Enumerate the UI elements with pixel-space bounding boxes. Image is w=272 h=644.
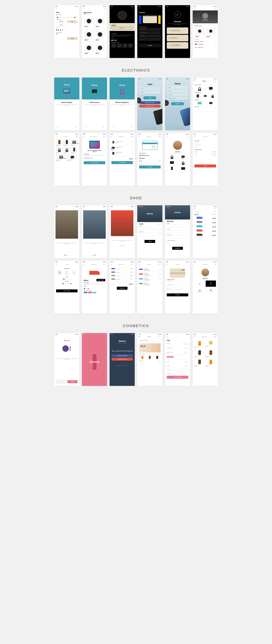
track-order-button[interactable]: 📍Track Your OrderGet live status of your… [167, 28, 188, 34]
get-started-button[interactable]: GET STARTED [112, 245, 133, 246]
skip-button[interactable]: SKIP → [75, 127, 78, 128]
email-input[interactable] [139, 227, 160, 230]
search-input[interactable] [139, 339, 160, 342]
list-item[interactable]: ♡Air Jordan$142.99 [194, 229, 216, 233]
remove-icon[interactable]: ⊖ [132, 142, 133, 143]
product-card[interactable]: ♡Origin Watch$20.00 [84, 29, 94, 42]
search-icon[interactable]: 🔍 [215, 8, 216, 10]
checkout-button[interactable]: CHECKOUT [117, 287, 128, 290]
trending-tab[interactable]: TRENDING [194, 214, 198, 215]
place-order-button[interactable]: PLACE ORDER [112, 161, 133, 164]
category-nike[interactable]: Nike› [56, 33, 78, 34]
back-icon[interactable]: ‹ [166, 264, 167, 266]
menu-icon[interactable]: ☰ [139, 336, 140, 337]
pay-now-button[interactable]: PAY NOW [139, 166, 160, 168]
color-dot[interactable] [56, 29, 57, 31]
edit-icon[interactable]: ✎ [215, 264, 216, 265]
product-card[interactable]: ♡Some Product$27.00 [194, 349, 205, 358]
list-item[interactable]: ♡Air Jordan$142.99 [194, 233, 216, 237]
password-input[interactable] [139, 233, 160, 236]
skip-button[interactable]: SKIP → [130, 127, 133, 128]
related-product[interactable] [128, 44, 133, 48]
search-icon[interactable]: 🔍 🛒 [214, 80, 216, 82]
confirm-input[interactable] [167, 97, 188, 100]
email-input[interactable] [139, 87, 160, 90]
saved-item[interactable]: Origin Watch$20.00 [194, 27, 205, 38]
name-input[interactable] [167, 86, 188, 89]
my-account-button[interactable]: 👤My AccountView all previous orders [167, 35, 188, 41]
skip-button[interactable]: SKIP → [102, 127, 105, 128]
email-input[interactable] [167, 90, 188, 92]
register-link[interactable]: Register [158, 224, 160, 224]
back-icon[interactable]: ‹ [84, 136, 84, 138]
password-input[interactable] [139, 91, 160, 94]
pay-now-button[interactable]: PAY NOW [139, 44, 160, 47]
category-sneaker[interactable]: 👟Sneaker [58, 270, 61, 274]
email-input[interactable] [167, 230, 188, 233]
remove-icon[interactable]: ⊖ [132, 153, 133, 154]
cart-tile[interactable]: 🛒CART [194, 280, 205, 287]
back-icon[interactable]: ‹ [139, 8, 139, 10]
back-icon[interactable]: ‹ [194, 264, 195, 266]
product-card[interactable]: ♡Some Product$27.00 [194, 358, 205, 367]
credit-card-item[interactable]: Credit Card› [194, 42, 216, 46]
back-icon[interactable]: ‹ [166, 336, 167, 338]
related-product[interactable] [122, 44, 128, 48]
debit-card-item[interactable]: VISADebit Card› [194, 46, 216, 49]
back-icon[interactable]: ‹ [194, 136, 195, 138]
pay-now-button[interactable]: PAY NOW [167, 294, 188, 296]
register-button[interactable]: REGISTER [56, 380, 66, 383]
add-cart-button[interactable]: ADD TO CART [144, 270, 150, 271]
saved-item[interactable]: Origin Watch$20.00 [206, 27, 216, 38]
payment-link[interactable]: Payment [194, 146, 216, 148]
see-all-link[interactable]: See All [158, 354, 160, 354]
color-dot[interactable] [62, 29, 63, 31]
register-button[interactable]: REGISTER [171, 102, 184, 105]
back-icon[interactable]: ‹ [84, 264, 84, 266]
register-link[interactable]: Register [152, 128, 156, 128]
back-icon[interactable]: ‹ [166, 136, 167, 138]
name-input[interactable] [167, 224, 188, 227]
remove-icon[interactable]: ⊖ [132, 147, 133, 148]
product-card[interactable]: ♡Origin Watch$20.00 [95, 29, 105, 42]
back-icon[interactable]: ‹ [56, 264, 56, 266]
search-icon[interactable]: 🔍 [104, 8, 106, 10]
category-fitness[interactable]: 💪Fitness [72, 270, 76, 274]
women-pill[interactable]: WOMEN [56, 20, 66, 23]
remove-icon[interactable]: ✕ [160, 269, 160, 270]
menu-icon[interactable]: ☰ [194, 208, 195, 210]
price-slider[interactable] [56, 18, 78, 18]
facebook-button[interactable]: f SIGN IN WITH FACEBOOK [112, 354, 133, 357]
add-cart-button[interactable]: ADD TO CART [112, 27, 133, 29]
edit-profile-link[interactable]: Edit Profile [194, 142, 216, 144]
product-card[interactable]: ♡Some Product$27.00 [206, 358, 216, 367]
login-link[interactable]: Login [186, 221, 188, 222]
back-icon[interactable]: ‹ [84, 8, 84, 10]
register-button[interactable]: REGISTER [172, 247, 183, 250]
disconnect-link[interactable]: Disconnect [212, 153, 216, 154]
filter-button[interactable]: FILTER [67, 37, 78, 40]
payment-tile[interactable]: 💳PAYMENT [206, 288, 216, 294]
login-link[interactable]: Login [181, 128, 183, 128]
card-number-input[interactable] [167, 281, 188, 284]
back-icon[interactable]: ‹ [194, 336, 195, 338]
login-button[interactable]: LOGIN [143, 96, 156, 99]
remove-all-link[interactable]: Remove All [194, 39, 216, 40]
menu-icon[interactable]: ☰ [194, 80, 195, 82]
add-cart-button[interactable]: ADD TO CART [96, 279, 105, 281]
google-button[interactable]: G SIGN IN WITH GOOGLE [112, 358, 133, 361]
unisex-pill[interactable]: UNISEX [56, 24, 66, 26]
apply-filter-button[interactable]: APPLY FILTER [56, 290, 78, 292]
back-icon[interactable]: ‹ [56, 136, 56, 138]
product-card[interactable]: ♡Some Product$27.00 [194, 340, 205, 348]
product-card[interactable]: ♡Origin Watch$20.00 [84, 42, 94, 55]
back-icon[interactable]: ‹ [139, 136, 139, 138]
color-dot[interactable] [58, 29, 59, 31]
connect-link[interactable]: Connect [213, 155, 216, 156]
list-item[interactable]: ♡Air Jordan$142.99 [194, 220, 216, 224]
card-name-input[interactable] [139, 31, 160, 34]
product-card[interactable]: ♡Origin Watch$20.00 [84, 16, 94, 28]
back-icon[interactable]: ‹ [111, 264, 112, 266]
google-button[interactable]: SIGN IN WITH GOOGLE [139, 105, 160, 108]
color-dot[interactable] [60, 29, 61, 31]
